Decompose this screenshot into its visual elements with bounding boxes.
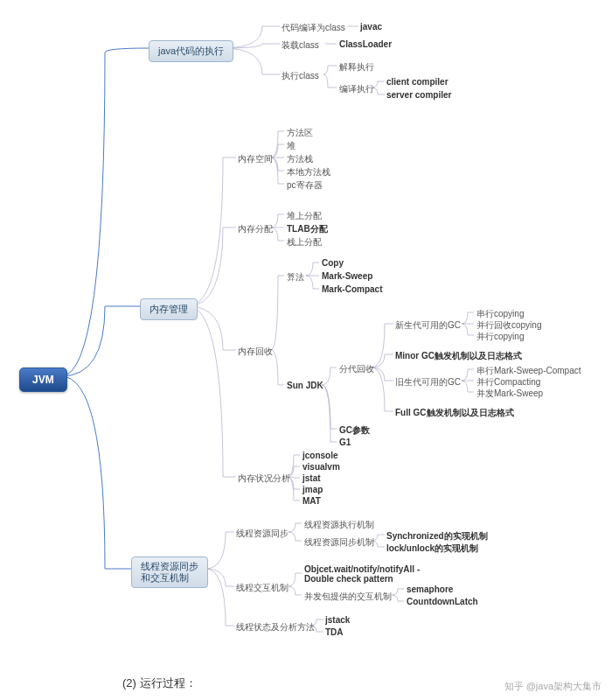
leaf-stack[interactable]: 方法栈 <box>287 153 313 165</box>
leaf-cdl[interactable]: CountdownLatch <box>407 597 478 606</box>
leaf-compile[interactable]: 代码编译为class <box>282 22 345 34</box>
leaf-algo[interactable]: 算法 <box>287 271 304 284</box>
leaf-threadsyncmech[interactable]: 线程资源同步机制 <box>304 536 374 549</box>
leaf-load[interactable]: 装载class <box>282 39 319 52</box>
leaf-method-area[interactable]: 方法区 <box>287 127 313 139</box>
watermark: 知乎 @java架构大集市 <box>504 680 602 693</box>
leaf-classloader[interactable]: ClassLoader <box>339 39 392 49</box>
leaf-memspace[interactable]: 内存空间 <box>238 153 273 165</box>
leaf-pc[interactable]: pc寄存器 <box>287 179 323 192</box>
leaf-interpret[interactable]: 解释执行 <box>339 61 374 74</box>
leaf-oldgengc[interactable]: 旧生代可用的GC <box>395 376 461 388</box>
leaf-waitnotify[interactable]: Objcet.wait/notify/notifyAll - Double ch… <box>304 564 435 584</box>
leaf-fullgc[interactable]: Full GC触发机制以及日志格式 <box>395 407 514 419</box>
leaf-parcopy[interactable]: 并行回收copying <box>476 319 541 332</box>
leaf-heapalloc[interactable]: 堆上分配 <box>287 210 322 222</box>
leaf-exec[interactable]: 执行class <box>282 70 319 82</box>
leaf-threadexec[interactable]: 线程资源执行机制 <box>304 519 374 531</box>
leaf-lock[interactable]: lock/unlock的实现机制 <box>386 542 478 555</box>
leaf-serialcopy[interactable]: 串行copying <box>476 308 524 320</box>
leaf-native-stack[interactable]: 本地方法栈 <box>287 166 330 178</box>
leaf-clientcomp[interactable]: client compiler <box>386 77 449 87</box>
leaf-gengc[interactable]: 分代回收 <box>339 363 374 375</box>
leaf-compileexec[interactable]: 编译执行 <box>339 83 374 95</box>
leaf-tlab[interactable]: TLAB分配 <box>287 223 328 235</box>
leaf-memalloc[interactable]: 内存分配 <box>238 223 273 235</box>
leaf-javac[interactable]: javac <box>360 22 382 32</box>
leaf-threadsync[interactable]: 线程资源同步 <box>236 528 289 540</box>
leaf-minorgc[interactable]: Minor GC触发机制以及日志格式 <box>395 350 522 362</box>
root-node[interactable]: JVM <box>19 368 67 392</box>
leaf-g1[interactable]: G1 <box>339 438 351 447</box>
leaf-pcompact[interactable]: 并行Compacting <box>476 376 540 388</box>
caption: (2) 运行过程： <box>122 676 197 691</box>
leaf-gcparam[interactable]: GC参数 <box>339 424 370 437</box>
branch-thread[interactable]: 线程资源同步 和交互机制 <box>131 556 208 588</box>
leaf-memanalysis[interactable]: 内存状况分析 <box>238 472 290 485</box>
leaf-marksweep[interactable]: Mark-Sweep <box>322 271 372 281</box>
leaf-jstat[interactable]: jstat <box>303 473 321 483</box>
leaf-servercomp[interactable]: server compiler <box>386 90 452 100</box>
leaf-sync[interactable]: Synchronized的实现机制 <box>386 530 488 542</box>
leaf-threadinteract[interactable]: 线程交互机制 <box>236 582 289 594</box>
leaf-visualvm[interactable]: visualvm <box>303 462 340 472</box>
leaf-gc[interactable]: 内存回收 <box>238 346 273 358</box>
leaf-smsc[interactable]: 串行Mark-Sweep-Compact <box>476 365 581 377</box>
leaf-pcopy[interactable]: 并行copying <box>476 331 524 343</box>
leaf-heap[interactable]: 堆 <box>287 140 296 152</box>
leaf-mat[interactable]: MAT <box>303 496 321 506</box>
leaf-jmap[interactable]: jmap <box>303 485 323 494</box>
leaf-semaphore[interactable]: semaphore <box>407 584 453 594</box>
leaf-jconsole[interactable]: jconsole <box>303 451 338 460</box>
branch-memory[interactable]: 内存管理 <box>140 298 198 320</box>
leaf-tda[interactable]: TDA <box>325 627 344 637</box>
leaf-threadstate[interactable]: 线程状态及分析方法 <box>236 621 315 634</box>
branch-java-exec[interactable]: java代码的执行 <box>149 40 233 62</box>
leaf-stackalloc[interactable]: 栈上分配 <box>287 236 322 248</box>
leaf-sunjdk[interactable]: Sun JDK <box>287 381 323 390</box>
mindmap-container: JVM java代码的执行 内存管理 线程资源同步 和交互机制 代码编译为cla… <box>0 0 612 700</box>
leaf-newgengc[interactable]: 新生代可用的GC <box>395 319 461 332</box>
leaf-concurrent[interactable]: 并发包提供的交互机制 <box>304 591 392 603</box>
leaf-copy[interactable]: Copy <box>322 258 344 268</box>
leaf-markcompact[interactable]: Mark-Compact <box>322 284 382 294</box>
leaf-cms[interactable]: 并发Mark-Sweep <box>476 388 543 400</box>
leaf-jstack[interactable]: jstack <box>325 615 350 625</box>
